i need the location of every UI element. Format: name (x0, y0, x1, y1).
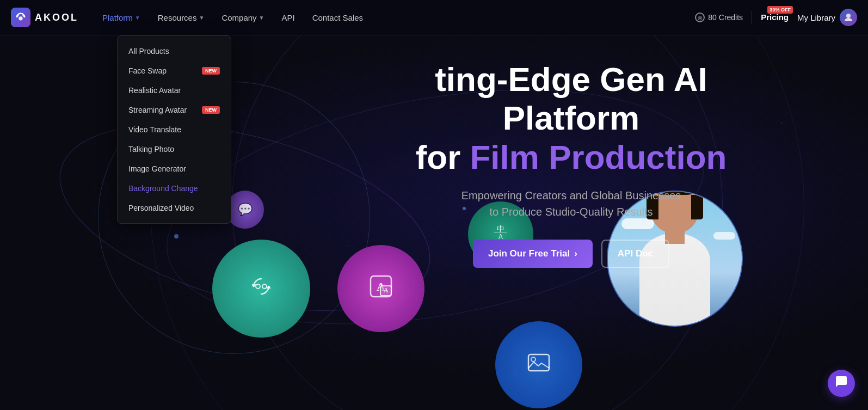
chat-bubble-icon: 💬 (238, 203, 253, 217)
hero-title-highlight: Film Production (470, 138, 727, 176)
hero-title-line1: ting-Edge Gen AI Platform (435, 60, 707, 137)
svg-point-12 (846, 14, 851, 18)
company-chevron-icon: ▼ (259, 15, 264, 21)
credits-badge[interactable]: ◎ 80 Credits (695, 13, 743, 22)
hero-title-line2-plain: for (416, 138, 470, 176)
my-library-label: My Library (797, 13, 835, 22)
dropdown-item-face-swap[interactable]: Face Swap New (118, 61, 231, 81)
platform-chevron-icon: ▼ (135, 15, 140, 21)
hero-buttons: Join Our Free Trial › API Doc (375, 240, 767, 268)
hero-content: ting-Edge Gen AI Platform for Film Produ… (375, 60, 767, 268)
svg-point-1 (262, 284, 267, 289)
chat-icon (835, 375, 848, 391)
nav-contact[interactable]: Contact Sales (305, 9, 371, 27)
logo[interactable]: AKOOL (11, 8, 78, 27)
dropdown-item-image-generator[interactable]: Image Generator (118, 159, 231, 179)
image-background-icon (525, 349, 552, 381)
orb-blue-large (495, 321, 582, 408)
svg-rect-9 (528, 354, 549, 371)
orbit-dot-1 (174, 234, 178, 238)
nav-api[interactable]: API (274, 9, 302, 27)
resources-chevron-icon: ▼ (199, 15, 204, 21)
nav-divider (752, 11, 752, 24)
api-doc-button[interactable]: API Doc (601, 240, 669, 268)
dollar-swap-icon (249, 274, 273, 303)
pricing-button[interactable]: 30% OFF Pricing (761, 13, 789, 22)
svg-text:A: A (384, 286, 389, 294)
nav-platform[interactable]: Platform ▼ (95, 9, 148, 27)
platform-dropdown: All Products Face Swap New Realistic Ava… (117, 35, 231, 224)
dropdown-item-background-change[interactable]: Background Change (118, 179, 231, 198)
orb-purple-small: 💬 (226, 191, 264, 229)
navbar: AKOOL Platform ▼ Resources ▼ Company ▼ A… (0, 0, 868, 35)
arrow-right-icon: › (574, 248, 577, 259)
credits-coin-icon: ◎ (695, 13, 705, 22)
my-library-button[interactable]: My Library (797, 9, 857, 26)
logo-icon (11, 8, 30, 27)
nav-company[interactable]: Company ▼ (214, 9, 272, 27)
dropdown-item-streaming-avatar[interactable]: Streaming Avatar New (118, 100, 231, 120)
hero-subtitle: Empowering Creators and Global Businesse… (375, 187, 767, 220)
credits-label: 80 Credits (708, 13, 743, 22)
svg-point-0 (256, 284, 260, 289)
dropdown-item-video-translate[interactable]: Video Translate (118, 120, 231, 139)
logo-text: AKOOL (35, 12, 78, 23)
face-swap-new-badge: New (202, 67, 220, 75)
dropdown-item-talking-photo[interactable]: Talking Photo (118, 139, 231, 159)
join-free-trial-button[interactable]: Join Our Free Trial › (473, 240, 593, 268)
nav-resources[interactable]: Resources ▼ (150, 9, 212, 27)
letter-a-icon: A A (367, 273, 395, 304)
orb-teal-large (212, 240, 310, 338)
svg-point-11 (19, 16, 22, 20)
chat-support-button[interactable] (828, 370, 855, 397)
streaming-avatar-new-badge: New (202, 106, 220, 114)
dropdown-item-all-products[interactable]: All Products (118, 41, 231, 61)
dropdown-item-realistic-avatar[interactable]: Realistic Avatar (118, 81, 231, 100)
discount-tag: 30% OFF (767, 6, 793, 14)
dropdown-item-personalized-video[interactable]: Personalized Video (118, 198, 231, 218)
nav-right: ◎ 80 Credits 30% OFF Pricing My Library (695, 9, 857, 26)
pricing-label: Pricing (761, 13, 789, 22)
user-avatar (840, 9, 857, 26)
hero-title: ting-Edge Gen AI Platform for Film Produ… (375, 60, 767, 176)
svg-point-10 (531, 357, 535, 362)
nav-items: Platform ▼ Resources ▼ Company ▼ API Con… (95, 9, 695, 27)
